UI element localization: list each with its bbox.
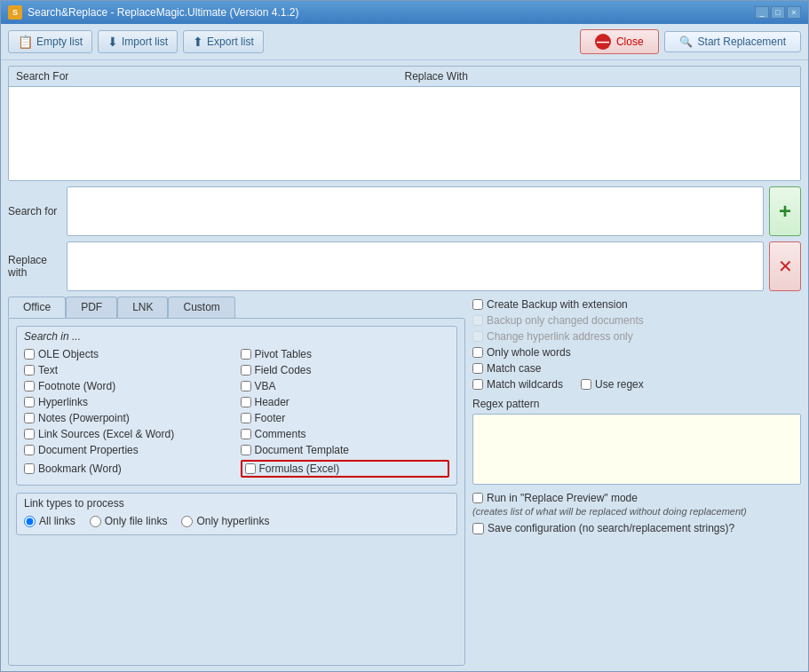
checkbox-vba-label: VBA — [255, 380, 276, 392]
checkbox-text-label: Text — [38, 364, 58, 376]
search-replace-table: Search For Replace With — [8, 66, 801, 181]
checkbox-field-codes: Field Codes — [241, 364, 450, 376]
search-for-input[interactable] — [67, 186, 764, 236]
checkbox-notes-input[interactable] — [24, 413, 35, 423]
checkbox-text-input[interactable] — [24, 365, 35, 376]
checkbox-use-regex[interactable] — [581, 379, 591, 390]
checkbox-footer-input[interactable] — [241, 413, 251, 423]
checkbox-pivot-tables-label: Pivot Tables — [255, 348, 312, 360]
checkbox-comments-label: Comments — [255, 428, 306, 440]
checkbox-vba-input[interactable] — [241, 381, 251, 391]
tab-office[interactable]: Office — [8, 296, 66, 318]
radio-all-links-input[interactable] — [24, 516, 36, 527]
option-run-preview: Run in "Replace Preview" mode — [472, 492, 801, 504]
link-types-label: Link types to process — [24, 497, 449, 510]
option-backup-changed: Backup only changed documents — [472, 314, 801, 327]
checkbox-header: Header — [241, 396, 450, 408]
link-types-radios: All links Only file links Only hyperlink… — [24, 515, 449, 527]
checkbox-link-sources-label: Link Sources (Excel & Word) — [38, 428, 174, 440]
radio-only-hyperlinks-input[interactable] — [181, 516, 193, 527]
checkbox-field-codes-label: Field Codes — [255, 364, 312, 376]
delete-button[interactable]: ✕ — [769, 241, 801, 291]
use-regex-label: Use regex — [595, 378, 644, 391]
search-for-label: Search for — [8, 186, 61, 236]
checkbox-field-codes-input[interactable] — [241, 365, 251, 376]
checkbox-doc-properties-label: Document Properties — [38, 444, 139, 456]
checkbox-comments-input[interactable] — [241, 429, 251, 439]
checkbox-link-sources: Link Sources (Excel & Word) — [24, 428, 234, 440]
checkbox-footnote-label: Footnote (Word) — [38, 380, 115, 392]
checkbox-footer-label: Footer — [255, 412, 286, 424]
checkbox-footnote-input[interactable] — [24, 381, 35, 391]
radio-only-file-links-label: Only file links — [105, 515, 168, 527]
checkbox-doc-template-input[interactable] — [241, 445, 251, 455]
empty-list-label: Empty list — [36, 36, 83, 48]
regex-pattern-input[interactable] — [472, 414, 801, 485]
option-match-case: Match case — [472, 362, 801, 375]
link-types-group: Link types to process All links Only fil… — [16, 493, 457, 535]
checkbox-header-label: Header — [255, 396, 289, 408]
checkbox-link-sources-input[interactable] — [24, 429, 35, 439]
replace-with-row: Replace with ✕ — [8, 241, 801, 291]
tab-content-office: Search in ... OLE Objects Pivot Tables — [8, 318, 465, 666]
run-preview-label: Run in "Replace Preview" mode — [487, 492, 638, 504]
checkbox-ole-objects-input[interactable] — [24, 349, 35, 360]
option-use-regex: Use regex — [581, 378, 644, 391]
checkbox-change-hyperlink[interactable] — [472, 331, 483, 342]
maximize-button[interactable]: □ — [771, 6, 785, 19]
export-list-button[interactable]: ⬆ Export list — [183, 30, 264, 53]
title-bar-left: S Search&Replace - ReplaceMagic.Ultimate… — [8, 5, 298, 20]
tab-custom[interactable]: Custom — [168, 296, 234, 318]
checkbox-match-wildcards[interactable] — [472, 379, 483, 390]
export-list-label: Export list — [207, 36, 254, 48]
tab-bar: Office PDF LNK Custom — [8, 296, 465, 318]
checkbox-pivot-tables-input[interactable] — [241, 349, 251, 360]
sr-table-header: Search For Replace With — [9, 67, 800, 87]
start-replacement-button[interactable]: 🔍 Start Replacement — [664, 31, 801, 52]
regex-pattern-label: Regex pattern — [472, 398, 801, 410]
replace-with-input[interactable] — [67, 241, 764, 291]
checkbox-run-preview[interactable] — [472, 493, 483, 503]
empty-list-button[interactable]: 📋 Empty list — [8, 30, 92, 53]
checkbox-ole-objects: OLE Objects — [24, 348, 234, 360]
radio-all-links-label: All links — [39, 515, 75, 527]
close-icon: — — [595, 34, 611, 50]
checkbox-notes-label: Notes (Powerpoint) — [38, 412, 130, 424]
checkbox-notes: Notes (Powerpoint) — [24, 412, 234, 424]
only-whole-words-label: Only whole words — [487, 346, 571, 359]
tab-pdf[interactable]: PDF — [66, 296, 117, 318]
checkbox-backup-changed[interactable] — [472, 315, 483, 326]
option-create-backup: Create Backup with extension — [472, 298, 801, 311]
radio-only-file-links-input[interactable] — [90, 516, 101, 527]
save-config-label: Save configuration (no search/replacemen… — [488, 522, 734, 534]
search-in-label: Search in ... — [24, 330, 449, 343]
checkbox-text: Text — [24, 364, 234, 376]
checkbox-doc-properties: Document Properties — [24, 444, 234, 456]
radio-only-hyperlinks-label: Only hyperlinks — [196, 515, 269, 527]
left-panel: Office PDF LNK Custom Search in ... OLE … — [8, 296, 465, 666]
option-match-wildcards: Match wildcards — [472, 378, 563, 391]
checkbox-save-config[interactable] — [472, 523, 484, 534]
tab-lnk[interactable]: LNK — [117, 296, 168, 318]
checkbox-only-whole-words[interactable] — [472, 347, 483, 358]
close-button[interactable]: — Close — [580, 29, 659, 54]
import-list-button[interactable]: ⬇ Import list — [98, 30, 178, 53]
checkbox-formulas-input[interactable] — [245, 463, 256, 474]
checkbox-header-input[interactable] — [241, 397, 251, 407]
radio-all-links: All links — [24, 515, 75, 527]
close-window-button[interactable]: × — [787, 6, 801, 19]
checkbox-doc-template-label: Document Template — [255, 444, 350, 456]
checkbox-create-backup[interactable] — [472, 299, 483, 310]
checkbox-hyperlinks-label: Hyperlinks — [38, 396, 88, 408]
radio-only-file-links: Only file links — [90, 515, 168, 527]
replace-with-header: Replace With — [405, 70, 794, 83]
match-case-label: Match case — [487, 362, 541, 375]
minimize-button[interactable]: _ — [755, 6, 769, 19]
add-search-button[interactable]: + — [769, 186, 801, 236]
checkbox-match-case[interactable] — [472, 363, 483, 374]
checkbox-bookmark-input[interactable] — [24, 463, 35, 474]
checkbox-doc-properties-input[interactable] — [24, 445, 35, 455]
search-in-checkboxes: OLE Objects Pivot Tables Text — [24, 348, 449, 478]
title-bar: S Search&Replace - ReplaceMagic.Ultimate… — [1, 1, 808, 24]
checkbox-hyperlinks-input[interactable] — [24, 397, 35, 407]
